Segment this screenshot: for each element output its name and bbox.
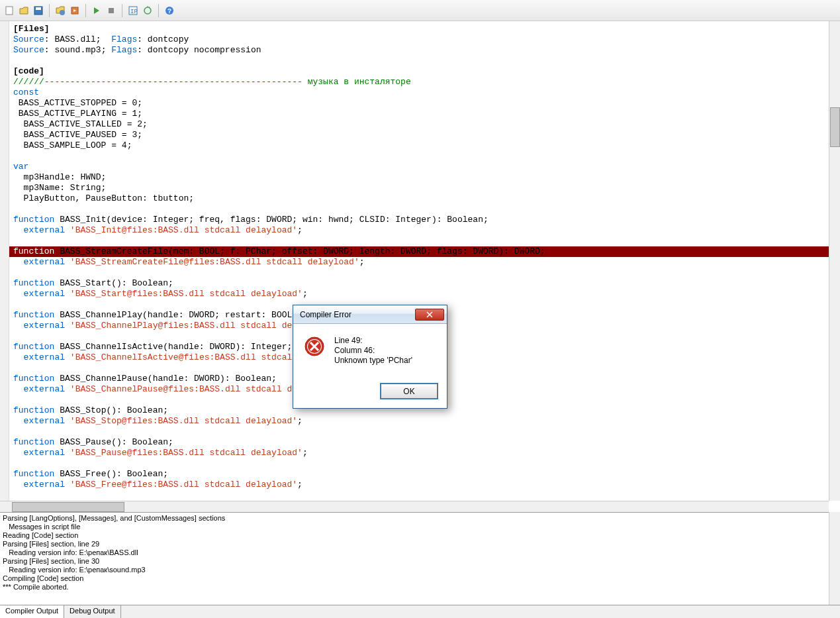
svg-rect-2: [36, 7, 41, 10]
tab-compiler-output[interactable]: Compiler Output: [0, 605, 64, 618]
vertical-scrollbar[interactable]: [829, 21, 840, 501]
dialog-close-button[interactable]: [415, 309, 444, 321]
scrollbar-thumb[interactable]: [12, 502, 124, 512]
code-editor[interactable]: [Files]Source: BASS.dll; Flags: dontcopy…: [9, 21, 840, 501]
toolbar: IP ?: [0, 0, 840, 21]
dialog-message: Line 49: Column 46: Unknown type 'PChar': [334, 336, 412, 376]
error-text: Unknown type 'PChar': [334, 356, 412, 366]
help-button[interactable]: ?: [163, 4, 176, 17]
svg-point-3: [60, 10, 65, 15]
options-button[interactable]: [54, 4, 67, 17]
ok-button[interactable]: OK: [381, 384, 438, 399]
output-tabs: Compiler Output Debug Output: [0, 605, 840, 618]
close-icon: [426, 311, 434, 318]
toolbar-separator: [122, 4, 122, 17]
svg-rect-0: [6, 7, 13, 15]
open-file-button[interactable]: [17, 4, 30, 17]
error-line: Line 49:: [334, 336, 412, 346]
tool-button-1[interactable]: IP: [126, 4, 140, 17]
dialog-title-text: Compiler Error: [300, 310, 415, 319]
toolbar-separator: [85, 4, 86, 17]
output-scrollbar[interactable]: [829, 512, 840, 605]
error-dialog: Compiler Error Line 49: Column 46: Unkno…: [293, 305, 447, 409]
horizontal-scrollbar[interactable]: [0, 501, 829, 512]
error-icon: [304, 336, 325, 357]
toolbar-separator: [49, 4, 50, 17]
scrollbar-thumb[interactable]: [830, 107, 840, 147]
run-button[interactable]: [90, 4, 103, 17]
dialog-body: Line 49: Column 46: Unknown type 'PChar': [293, 324, 447, 384]
editor-gutter: [0, 21, 9, 501]
svg-text:?: ?: [167, 8, 171, 15]
output-panel[interactable]: Parsing [LangOptions], [Messages], and […: [0, 512, 840, 605]
stop-button[interactable]: [105, 4, 118, 17]
dialog-buttons: OK: [293, 384, 447, 408]
save-file-button[interactable]: [32, 4, 45, 17]
tool-button-2[interactable]: [141, 4, 154, 17]
svg-point-8: [144, 7, 151, 14]
error-column: Column 46:: [334, 346, 412, 356]
editor-area: [Files]Source: BASS.dll; Flags: dontcopy…: [0, 21, 840, 501]
svg-rect-5: [109, 8, 114, 13]
tab-debug-output[interactable]: Debug Output: [64, 605, 121, 618]
svg-text:IP: IP: [130, 9, 138, 15]
dialog-titlebar[interactable]: Compiler Error: [293, 305, 447, 324]
new-file-button[interactable]: [3, 4, 16, 17]
compile-button[interactable]: [68, 4, 81, 17]
toolbar-separator: [158, 4, 159, 17]
